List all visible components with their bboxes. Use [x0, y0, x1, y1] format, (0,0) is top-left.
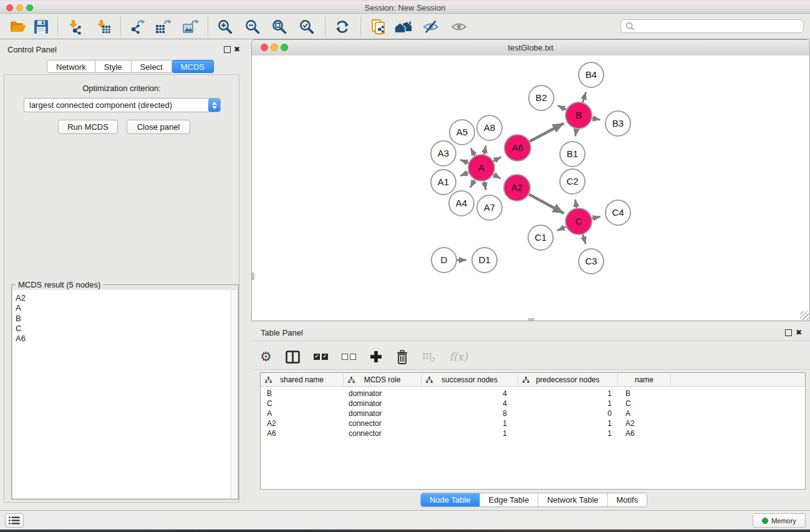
edge-A-A8[interactable] — [484, 145, 486, 154]
zoom-selected-button[interactable] — [298, 18, 316, 35]
cell-predecessor-nodes[interactable]: 1 — [518, 389, 618, 398]
cell-successor-nodes[interactable]: 4 — [422, 399, 518, 408]
tab-network[interactable]: Network — [47, 60, 95, 73]
network-graph[interactable]: AA1A2A3A4A5A6A7A8BB1B2B3B4CC1C2C3C4DD1 — [252, 56, 809, 321]
close-panel-icon[interactable]: ✖ — [234, 46, 240, 53]
edge-A6-B[interactable] — [529, 123, 564, 142]
cell-MCDS-role[interactable]: dominator — [344, 389, 422, 398]
cell-MCDS-role[interactable]: dominator — [344, 399, 422, 408]
zoom-fit-button[interactable] — [271, 18, 288, 35]
tab-edge-table[interactable]: Edge Table — [480, 493, 538, 506]
run-mcds-button[interactable]: Run MCDS — [58, 120, 118, 134]
close-panel-button[interactable]: Close panel — [127, 120, 190, 134]
network-window-titlebar[interactable]: testGlobe.txt — [252, 40, 809, 56]
edge-A-A7[interactable] — [484, 181, 486, 190]
tab-select[interactable]: Select — [132, 60, 172, 73]
deselect-all-columns-icon[interactable] — [342, 354, 356, 360]
export-network-button[interactable] — [128, 18, 145, 35]
edge-C-C3[interactable] — [583, 235, 586, 244]
float-panel-icon[interactable] — [785, 329, 792, 336]
float-panel-icon[interactable] — [224, 46, 231, 53]
cell-successor-nodes[interactable]: 1 — [422, 429, 518, 438]
home-button[interactable] — [394, 18, 412, 35]
table-settings-gear-icon[interactable]: ⚙ — [260, 349, 272, 364]
select-all-columns-icon[interactable]: ✔✔ — [314, 354, 328, 360]
cell-MCDS-role[interactable]: connector — [344, 429, 422, 438]
cell-MCDS-role[interactable]: connector — [344, 419, 422, 428]
refresh-button[interactable] — [334, 18, 351, 35]
open-session-button[interactable] — [9, 18, 27, 35]
node-table[interactable]: shared nameMCDS rolesuccessor nodesprede… — [260, 372, 806, 490]
cell-name[interactable]: B — [618, 389, 671, 398]
cell-shared-name[interactable]: A — [261, 409, 344, 418]
duplicate-network-button[interactable] — [370, 18, 387, 35]
result-item[interactable]: A6 — [13, 334, 231, 344]
cell-successor-nodes[interactable]: 8 — [422, 409, 518, 418]
tab-motifs[interactable]: Motifs — [607, 493, 647, 506]
optimization-criterion-select[interactable]: largest connected component (directed) — [24, 98, 221, 112]
search-input[interactable] — [620, 19, 804, 33]
edge-C-C4[interactable] — [592, 216, 600, 218]
cell-shared-name[interactable]: A2 — [261, 419, 344, 428]
cell-MCDS-role[interactable]: dominator — [344, 409, 422, 418]
table-row[interactable]: Bdominator41B — [261, 389, 805, 399]
window-resize-handle[interactable] — [800, 311, 809, 320]
cell-shared-name[interactable]: A6 — [261, 429, 344, 438]
create-column-plus-icon[interactable] — [370, 351, 382, 363]
delete-column-trash-icon[interactable] — [396, 350, 408, 364]
edge-C-C2[interactable] — [575, 200, 576, 208]
cell-name[interactable]: C — [618, 399, 671, 408]
edge-A-A2[interactable] — [493, 175, 501, 179]
column-header-MCDS-role[interactable]: MCDS role — [344, 373, 422, 386]
edge-A-A3[interactable] — [460, 160, 468, 163]
result-list-scrollbar[interactable] — [231, 290, 237, 498]
mcds-result-list[interactable]: A2ABCA6 — [13, 290, 231, 498]
import-network-button[interactable] — [66, 18, 84, 35]
cell-name[interactable]: A6 — [618, 429, 671, 438]
cell-successor-nodes[interactable]: 4 — [422, 389, 518, 398]
tab-node-table[interactable]: Node Table — [421, 493, 480, 506]
edge-B-B1[interactable] — [576, 129, 577, 137]
edge-A-A4[interactable] — [470, 180, 475, 188]
result-item[interactable]: C — [13, 324, 231, 334]
tab-network-table[interactable]: Network Table — [538, 493, 607, 506]
cell-shared-name[interactable]: B — [261, 389, 344, 398]
show-task-history-button[interactable] — [5, 513, 24, 528]
cell-predecessor-nodes[interactable]: 1 — [518, 399, 618, 408]
import-table-button[interactable] — [94, 18, 112, 35]
cell-predecessor-nodes[interactable]: 1 — [518, 429, 618, 438]
vertical-scroll-nub[interactable] — [252, 273, 254, 280]
zoom-out-button[interactable] — [244, 18, 261, 35]
edge-B-B2[interactable] — [557, 105, 566, 109]
result-item[interactable]: A2 — [13, 293, 231, 303]
column-header-successor-nodes[interactable]: successor nodes — [422, 373, 518, 386]
network-canvas[interactable]: AA1A2A3A4A5A6A7A8BB1B2B3B4CC1C2C3C4DD1 — [252, 56, 809, 321]
cell-successor-nodes[interactable]: 1 — [422, 419, 518, 428]
tab-style[interactable]: Style — [95, 60, 132, 73]
hide-network-button[interactable] — [422, 18, 440, 35]
column-header-name[interactable]: name — [618, 373, 671, 386]
export-image-button[interactable] — [181, 18, 199, 35]
edge-A-A1[interactable] — [460, 173, 468, 176]
edge-C-C1[interactable] — [557, 227, 566, 231]
close-panel-icon[interactable]: ✖ — [796, 329, 802, 336]
edge-B-B3[interactable] — [592, 118, 600, 120]
table-row[interactable]: Cdominator41C — [261, 399, 805, 409]
result-item[interactable]: A — [13, 303, 231, 313]
cell-shared-name[interactable]: C — [261, 399, 344, 408]
table-row[interactable]: A6connector11A6 — [261, 428, 805, 438]
show-network-button[interactable] — [450, 18, 468, 35]
cell-predecessor-nodes[interactable]: 0 — [518, 409, 618, 418]
tab-mcds[interactable]: MCDS — [172, 60, 214, 73]
edge-B-B4[interactable] — [582, 92, 586, 102]
horizontal-scroll-nub[interactable] — [528, 318, 534, 321]
cell-name[interactable]: A — [618, 409, 671, 418]
table-row[interactable]: A2connector11A2 — [261, 418, 805, 428]
export-table-button[interactable] — [154, 18, 171, 35]
edge-A-A6[interactable] — [493, 157, 501, 161]
memory-button[interactable]: Memory — [753, 513, 806, 528]
column-header-shared-name[interactable]: shared name — [261, 373, 344, 386]
save-session-button[interactable] — [32, 18, 50, 35]
show-column-panel-icon[interactable] — [286, 351, 300, 364]
table-row[interactable]: Adominator80A — [261, 409, 805, 418]
